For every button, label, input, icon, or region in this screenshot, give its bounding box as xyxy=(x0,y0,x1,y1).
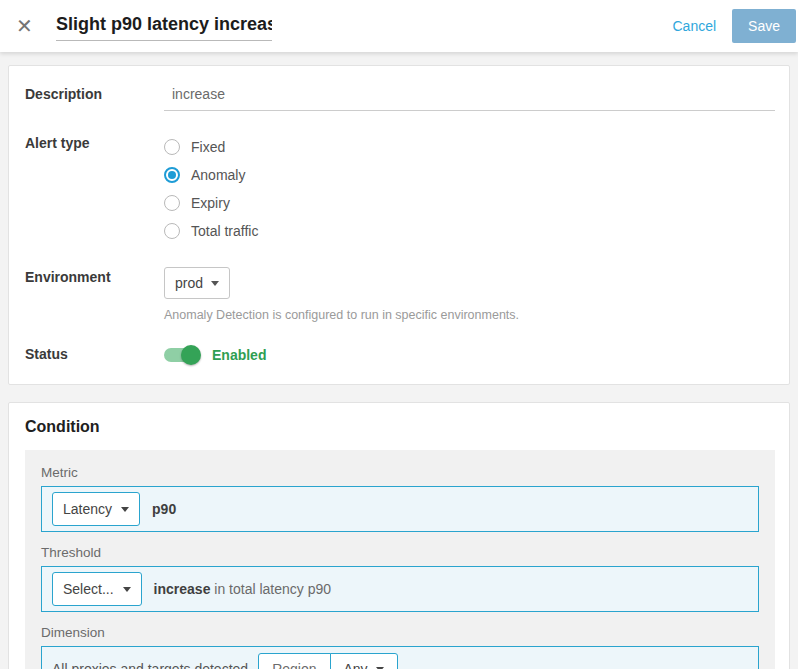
threshold-group: Threshold Select... increase in total la… xyxy=(41,545,759,612)
environment-dropdown[interactable]: prod xyxy=(164,267,230,299)
dimension-label: Dimension xyxy=(41,625,759,640)
description-input[interactable] xyxy=(164,84,775,111)
metric-group: Metric Latency p90 xyxy=(41,465,759,532)
environment-label: Environment xyxy=(25,267,164,285)
page-body: Description Alert type Fixed Anomaly Exp… xyxy=(0,52,798,669)
metric-row: Latency p90 xyxy=(41,486,759,532)
dimension-key-button[interactable]: Region xyxy=(258,653,330,669)
dimension-row: All proxies and targets detected Region … xyxy=(41,646,759,669)
threshold-value: increase in total latency p90 xyxy=(154,581,331,597)
alert-type-row: Alert type Fixed Anomaly Expiry Total tr… xyxy=(25,133,775,245)
threshold-dropdown[interactable]: Select... xyxy=(52,572,142,606)
caret-down-icon xyxy=(121,507,129,512)
radio-circle-icon xyxy=(164,223,180,239)
metric-dropdown-value: Latency xyxy=(63,501,112,517)
status-toggle[interactable] xyxy=(164,348,198,362)
cancel-button[interactable]: Cancel xyxy=(672,18,716,34)
condition-box: Metric Latency p90 Threshold Select... xyxy=(25,450,775,669)
environment-row: Environment prod Anomaly Detection is co… xyxy=(25,267,775,322)
radio-label: Anomaly xyxy=(191,167,245,183)
condition-card: Condition Metric Latency p90 Threshold S… xyxy=(8,402,790,669)
radio-label: Fixed xyxy=(191,139,225,155)
threshold-value-rest: in total latency p90 xyxy=(210,581,331,597)
dimension-selector: Region Any xyxy=(258,653,398,669)
dimension-text: All proxies and targets detected xyxy=(52,661,248,669)
metric-dropdown[interactable]: Latency xyxy=(52,492,140,526)
caret-down-icon xyxy=(211,281,219,286)
header-bar: ✕ Cancel Save xyxy=(0,0,798,52)
radio-label: Expiry xyxy=(191,195,230,211)
metric-value: p90 xyxy=(152,501,176,517)
save-button[interactable]: Save xyxy=(732,9,796,43)
threshold-dropdown-value: Select... xyxy=(63,581,114,597)
threshold-label: Threshold xyxy=(41,545,759,560)
status-row: Status Enabled xyxy=(25,344,775,366)
dimension-value-label: Any xyxy=(344,661,368,669)
dimension-key-label: Region xyxy=(272,661,316,669)
description-label: Description xyxy=(25,84,164,102)
radio-total-traffic[interactable]: Total traffic xyxy=(164,217,775,245)
radio-circle-icon xyxy=(164,195,180,211)
metric-label: Metric xyxy=(41,465,759,480)
alert-name-input[interactable] xyxy=(56,12,272,41)
condition-heading: Condition xyxy=(25,418,775,436)
alert-type-label: Alert type xyxy=(25,133,164,151)
threshold-row: Select... increase in total latency p90 xyxy=(41,566,759,612)
radio-label: Total traffic xyxy=(191,223,258,239)
alert-type-options: Fixed Anomaly Expiry Total traffic xyxy=(164,133,775,245)
dimension-group: Dimension All proxies and targets detect… xyxy=(41,625,759,669)
dimension-value-dropdown[interactable]: Any xyxy=(330,653,398,669)
caret-down-icon xyxy=(123,587,131,592)
threshold-value-bold: increase xyxy=(154,581,211,597)
radio-circle-icon xyxy=(164,139,180,155)
description-row: Description xyxy=(25,84,775,111)
radio-fixed[interactable]: Fixed xyxy=(164,133,775,161)
environment-help-text: Anomaly Detection is configured to run i… xyxy=(164,308,775,322)
status-label: Status xyxy=(25,344,164,362)
status-value: Enabled xyxy=(212,347,266,363)
close-icon[interactable]: ✕ xyxy=(16,16,44,36)
radio-anomaly[interactable]: Anomaly xyxy=(164,161,775,189)
toggle-knob xyxy=(181,345,201,365)
general-settings-card: Description Alert type Fixed Anomaly Exp… xyxy=(8,65,790,385)
radio-expiry[interactable]: Expiry xyxy=(164,189,775,217)
environment-dropdown-value: prod xyxy=(175,275,203,291)
radio-circle-icon xyxy=(164,167,180,183)
